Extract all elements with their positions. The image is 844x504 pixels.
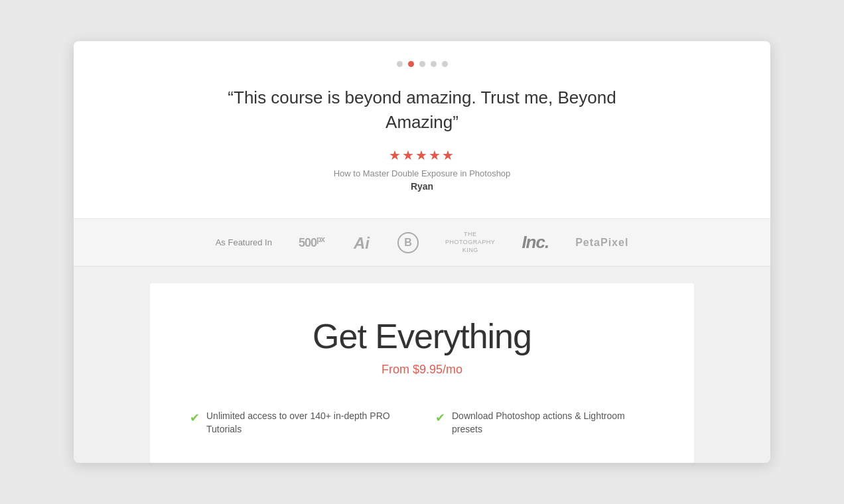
brand-logo-adobe: Ai [351, 233, 371, 253]
feature-item-1: ✔ Unlimited access to over 140+ in-depth… [190, 410, 409, 436]
get-everything-title: Get Everything [176, 316, 668, 356]
features-grid: ✔ Unlimited access to over 140+ in-depth… [176, 410, 668, 436]
feature-text-2: Download Photoshop actions & Lightroom p… [452, 410, 654, 436]
reviewer-name: Ryan [100, 181, 744, 192]
check-icon-1: ✔ [190, 410, 200, 425]
svg-text:Ai: Ai [353, 234, 370, 252]
testimonial-quote: “This course is beyond amazing. Trust me… [223, 86, 621, 134]
star-rating: ★★★★★ [100, 147, 744, 163]
brand-logo-b: B [397, 232, 419, 253]
feature-text-1: Unlimited access to over 140+ in-depth P… [206, 410, 409, 436]
dot-5[interactable] [442, 61, 448, 67]
check-icon-2: ✔ [435, 410, 445, 425]
feature-item-2: ✔ Download Photoshop actions & Lightroom… [435, 410, 654, 436]
brand-logo-photography-king: THEPHOTOGRAPHYKING [445, 231, 495, 254]
featured-bar: As Featured In 500px Ai B THEPHOTOGRAPHY… [74, 219, 770, 267]
course-name: How to Master Double Exposure in Photosh… [100, 168, 744, 178]
get-everything-section: Get Everything From $9.95/mo ✔ Unlimited… [150, 283, 694, 462]
brand-logo-petapixel: PetaPixel [575, 237, 628, 249]
carousel-dots [100, 61, 744, 67]
dot-1[interactable] [397, 61, 403, 67]
dot-4[interactable] [431, 61, 437, 67]
featured-label: As Featured In [216, 237, 272, 247]
browser-window: “This course is beyond amazing. Trust me… [74, 41, 770, 462]
testimonial-section: “This course is beyond amazing. Trust me… [74, 41, 770, 219]
price-subtitle: From $9.95/mo [176, 363, 668, 377]
get-everything-wrapper: Get Everything From $9.95/mo ✔ Unlimited… [74, 267, 770, 462]
brand-logo-inc: Inc. [522, 232, 549, 253]
dot-2[interactable] [408, 61, 414, 67]
brand-logo-500px: 500px [299, 235, 324, 250]
dot-3[interactable] [419, 61, 425, 67]
